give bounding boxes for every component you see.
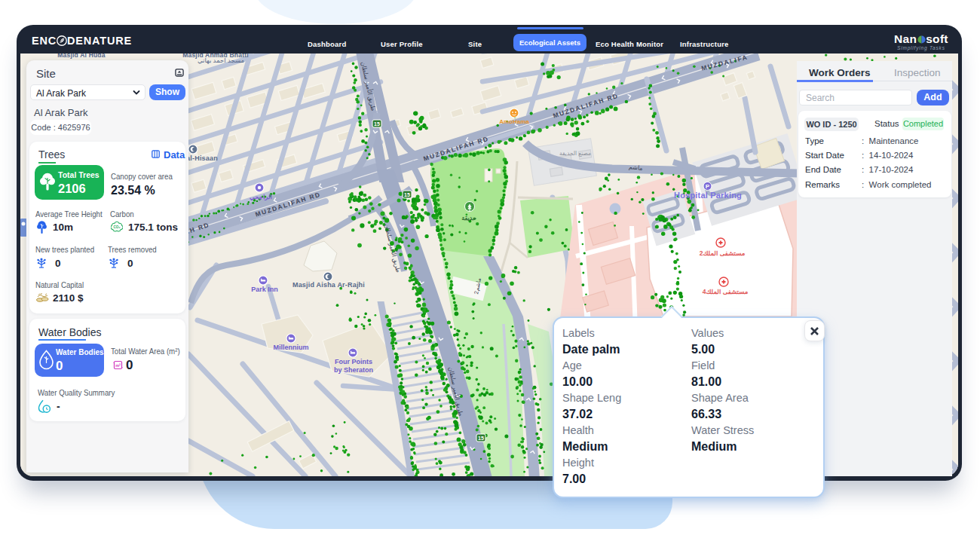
svg-text:Masjid Aisha Ar-Rajhi: Masjid Aisha Ar-Rajhi bbox=[292, 281, 365, 289]
svg-text:15: 15 bbox=[478, 436, 484, 441]
svg-text:AmoHama: AmoHama bbox=[499, 118, 529, 125]
svg-text:الراجحي: الراجحي bbox=[250, 193, 272, 201]
svg-text:m²: m² bbox=[115, 363, 121, 368]
svg-text:15: 15 bbox=[404, 192, 410, 197]
svg-text:مسجد احمد بهاتي: مسجد احمد بهاتي bbox=[198, 57, 244, 64]
svg-text:Millennium: Millennium bbox=[274, 344, 309, 351]
svg-text:مستشفى الملك4: مستشفى الملك4 bbox=[703, 288, 749, 295]
svg-text:Hospital Parking: Hospital Parking bbox=[674, 191, 742, 200]
svg-text:حديقة: حديقة bbox=[461, 215, 476, 222]
svg-text:15: 15 bbox=[374, 121, 380, 127]
svg-text:مصنع الجديقة: مصنع الجديقة bbox=[559, 150, 591, 157]
svg-text:Four Points: Four Points bbox=[335, 358, 372, 365]
svg-text:Park Inn: Park Inn bbox=[251, 286, 278, 293]
svg-text:P: P bbox=[706, 183, 710, 190]
svg-text:al-Hisaan: al-Hisaan bbox=[186, 154, 218, 162]
svg-text:CO₂: CO₂ bbox=[114, 225, 121, 229]
svg-text:مستشفى الملك2: مستشفى الملك2 bbox=[700, 249, 746, 257]
svg-text:Masjid Al Huda: Masjid Al Huda bbox=[57, 54, 105, 59]
svg-text:by Sheraton: by Sheraton bbox=[334, 366, 373, 374]
